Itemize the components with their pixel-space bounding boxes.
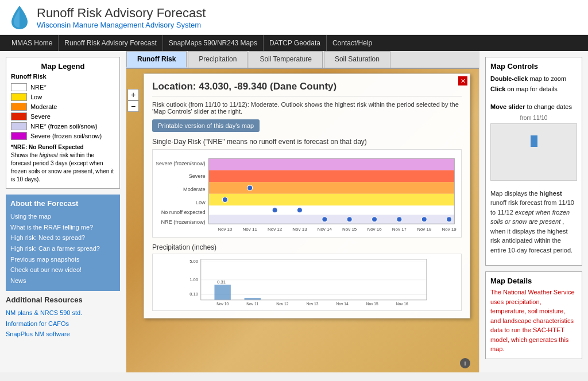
svg-rect-41 (245, 298, 261, 300)
about-link-highriskneed[interactable]: High risk: Need to spread? (10, 232, 115, 243)
header: Runoff Risk Advisory Forecast Wisconsin … (0, 0, 588, 35)
svg-point-16 (322, 217, 327, 222)
svg-text:0.31: 0.31 (217, 279, 226, 285)
svg-point-14 (272, 208, 277, 213)
legend-title: Map Legend (11, 62, 115, 71)
header-title: Runoff Risk Advisory Forecast Wisconsin … (37, 6, 206, 29)
about-link-highriskcan[interactable]: High risk: Can a farmer spread? (10, 243, 115, 254)
map-tabs: Runoff Risk Precipitation Soil Temperatu… (126, 51, 479, 69)
svg-text:Nov 13: Nov 13 (292, 227, 307, 232)
app-subtitle: Wisconsin Manure Management Advisory Sys… (37, 21, 206, 29)
app-title: Runoff Risk Advisory Forecast (37, 6, 206, 21)
date-slider-handle[interactable] (531, 135, 537, 147)
svg-rect-7 (208, 170, 454, 182)
zoom-out-button[interactable]: − (127, 100, 139, 112)
additional-link-cafo[interactable]: Information for CAFOs (6, 318, 120, 329)
nav-item-datcp[interactable]: DATCP Geodata (264, 35, 327, 51)
main-nav: MMAS Home Runoff Risk Advisory Forecast … (0, 35, 588, 51)
logo (9, 5, 30, 30)
map-area[interactable]: + − ✕ Location: 43.030, -89.340 (Dane Co… (126, 69, 479, 372)
risk-chart-container: Severe (frozen/snow) Severe Moderate Low… (152, 149, 462, 238)
svg-rect-11 (208, 215, 454, 224)
about-link-snapshots[interactable]: Previous map snapshots (10, 254, 115, 265)
svg-text:Low: Low (196, 200, 206, 205)
svg-point-20 (421, 217, 427, 222)
map-details-panel: Map Details The National Weather Service… (485, 271, 582, 359)
left-sidebar: Map Legend Runoff Risk NRE* Low Moderate… (0, 51, 126, 372)
risk-chart-title: Single-Day Risk ("NRE" means no runoff e… (152, 138, 462, 146)
about-link-news[interactable]: News (10, 275, 115, 286)
legend-label-severe-frozen: Severe (frozen soil/snow) (30, 133, 102, 139)
legend-subtitle: Runoff Risk (11, 73, 115, 80)
legend-note-title: *NRE: No Runoff Expected (11, 144, 84, 150)
precip-chart-svg: 5.00 1.00 0.10 0.31 (155, 256, 459, 308)
popup-title: Location: 43.030, -89.340 (Dane County) (152, 81, 462, 96)
info-icon[interactable]: i (460, 358, 470, 368)
tab-soil-temperature[interactable]: Soil Temperature (249, 51, 323, 68)
about-link-video[interactable]: Check out our new video! (10, 265, 115, 275)
legend-color-nre (11, 83, 27, 91)
svg-rect-10 (208, 205, 454, 215)
svg-text:Moderate: Moderate (183, 186, 206, 192)
nav-item-contact[interactable]: Contact/Help (327, 35, 378, 51)
legend-item-nre-frozen: NRE* (frozen soil/snow) (11, 122, 115, 130)
precip-chart-container: 5.00 1.00 0.10 0.31 (152, 254, 462, 311)
svg-text:Nov 14: Nov 14 (336, 302, 349, 306)
svg-text:Nov 19: Nov 19 (442, 227, 457, 232)
slider-label: from 11/10 (490, 115, 577, 121)
date-slider-track[interactable] (490, 123, 577, 181)
right-sidebar: Map Controls Double-click map to zoom Cl… (479, 51, 588, 372)
svg-point-19 (397, 217, 402, 222)
svg-rect-9 (208, 194, 454, 206)
additional-link-nm[interactable]: NM plans & NRCS 590 std. (6, 308, 120, 318)
svg-text:5.00: 5.00 (189, 259, 198, 264)
map-legend: Map Legend Runoff Risk NRE* Low Moderate… (6, 57, 120, 189)
tab-soil-saturation[interactable]: Soil Saturation (324, 51, 390, 68)
nav-item-mmas[interactable]: MMAS Home (6, 35, 59, 51)
legend-color-severe (11, 112, 27, 120)
center-map[interactable]: Runoff Risk Precipitation Soil Temperatu… (126, 51, 479, 372)
svg-text:Nov 17: Nov 17 (392, 227, 407, 232)
svg-text:NRE (frozen/snow): NRE (frozen/snow) (161, 219, 206, 225)
map-forecast-note: Map displays the highest runoff risk for… (490, 189, 577, 255)
nav-item-rraf[interactable]: Runoff Risk Advisory Forecast (59, 35, 163, 51)
svg-text:Nov 12: Nov 12 (276, 302, 288, 306)
tab-precipitation[interactable]: Precipitation (188, 51, 247, 68)
svg-text:Nov 13: Nov 13 (306, 302, 318, 306)
about-section: About the Forecast Using the map What is… (6, 195, 120, 291)
svg-rect-6 (208, 158, 454, 170)
svg-rect-49 (201, 259, 427, 300)
map-controls-panel: Map Controls Double-click map to zoom Cl… (485, 57, 582, 266)
about-title: About the Forecast (10, 199, 115, 208)
about-link-rraf[interactable]: What is the RRAF telling me? (10, 222, 115, 233)
svg-text:Nov 10: Nov 10 (218, 227, 233, 232)
svg-text:0.10: 0.10 (189, 291, 198, 297)
svg-rect-8 (208, 182, 454, 194)
legend-label-nre-frozen: NRE* (frozen soil/snow) (30, 123, 98, 130)
popup: ✕ Location: 43.030, -89.340 (Dane County… (144, 73, 470, 318)
svg-text:Nov 16: Nov 16 (367, 227, 382, 232)
about-link-using[interactable]: Using the map (10, 211, 115, 222)
print-button[interactable]: Printable version of this day's map (152, 119, 260, 132)
tab-runoff-risk[interactable]: Runoff Risk (126, 51, 187, 68)
map-details-title: Map Details (490, 277, 577, 285)
svg-point-15 (297, 208, 302, 213)
move-slider-suffix: to change dates (527, 103, 572, 110)
main-layout: Map Legend Runoff Risk NRE* Low Moderate… (0, 51, 588, 372)
legend-color-moderate (11, 103, 27, 111)
legend-item-severe: Severe (11, 112, 115, 120)
svg-rect-39 (214, 285, 230, 300)
nav-item-snapmaps[interactable]: SnapMaps 590/NR243 Maps (163, 35, 264, 51)
svg-text:Nov 11: Nov 11 (246, 302, 258, 306)
legend-color-low (11, 93, 27, 101)
svg-text:1.00: 1.00 (189, 277, 198, 282)
svg-text:No runoff expected: No runoff expected (161, 209, 206, 215)
svg-point-12 (222, 197, 227, 202)
map-details-text: The National Weather Service uses precip… (490, 287, 577, 354)
zoom-in-button[interactable]: + (127, 89, 139, 100)
legend-item-nre: NRE* (11, 83, 115, 91)
popup-risk-text: Risk outlook (from 11/10 to 11/12): Mode… (152, 101, 462, 115)
popup-close-button[interactable]: ✕ (458, 76, 467, 85)
click-suffix: on map for details (507, 85, 557, 92)
additional-link-snapplus[interactable]: SnapPlus NM software (6, 329, 120, 340)
